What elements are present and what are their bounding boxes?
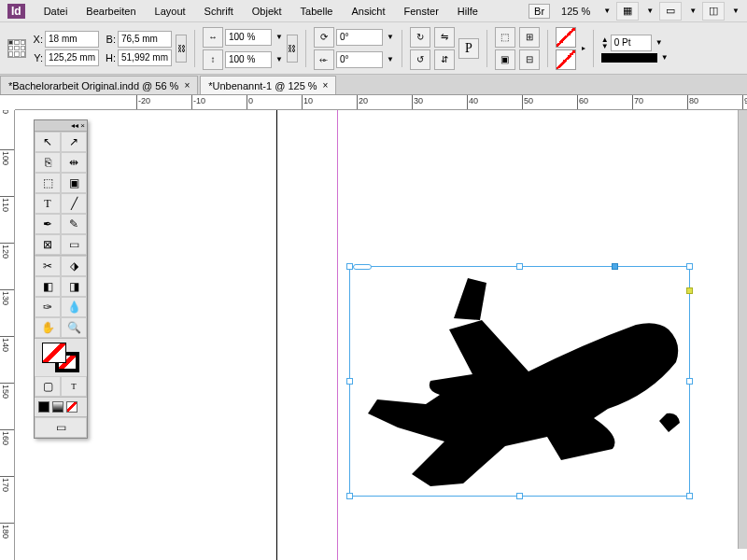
menu-view[interactable]: Ansicht	[342, 6, 394, 17]
menu-edit[interactable]: Bearbeiten	[77, 6, 145, 17]
apply-none-swatch[interactable]	[66, 401, 78, 413]
menu-object[interactable]: Objekt	[243, 6, 291, 17]
note-tool[interactable]: ✑	[35, 297, 61, 317]
view-options-icon[interactable]: ▦	[616, 2, 639, 21]
zoom-tool[interactable]: 🔍	[61, 317, 87, 338]
menu-file[interactable]: Datei	[35, 6, 78, 17]
apply-gradient-swatch[interactable]	[52, 401, 63, 413]
rectangle-tool[interactable]: ▭	[61, 234, 87, 255]
hand-tool[interactable]: ✋	[35, 317, 61, 338]
resize-handle[interactable]	[346, 378, 353, 385]
rectangle-frame-tool[interactable]: ⊠	[35, 234, 61, 255]
close-icon[interactable]: ×	[184, 80, 190, 91]
menu-window[interactable]: Fenster	[395, 6, 448, 17]
horizontal-ruler[interactable]: -20-100102030405060708090100	[15, 95, 747, 110]
flip-h-icon[interactable]: ⇋	[434, 27, 455, 48]
chevron-down-icon[interactable]: ▼	[732, 7, 740, 15]
chevron-down-icon[interactable]: ▼	[603, 7, 611, 15]
vertical-ruler[interactable]: 90100110120130140150160170180	[0, 110, 15, 560]
document-tab[interactable]: *Unbenannt-1 @ 125 %×	[200, 76, 336, 94]
rotate-input[interactable]	[336, 29, 383, 46]
pen-tool[interactable]: ✒	[35, 214, 61, 234]
resize-handle[interactable]	[346, 493, 353, 499]
tools-panel: ◂◂× ↖ ↗ ⎘ ⇹ ⬚ ▣ T ╱ ✒ ✎ ⊠ ▭ ✂ ⬗ ◧ ◨ ✑ 💧 …	[34, 119, 88, 439]
scale-x-icon: ↔	[203, 27, 223, 48]
menu-help[interactable]: Hilfe	[448, 6, 487, 17]
apply-color-swatch[interactable]	[38, 401, 49, 413]
scale-x-input[interactable]	[225, 29, 272, 46]
shear-input[interactable]	[336, 51, 383, 68]
line-tool[interactable]: ╱	[61, 193, 87, 214]
flip-v-icon[interactable]: ⇵	[434, 49, 455, 70]
content-grabber-icon[interactable]	[353, 264, 372, 270]
fill-swatch[interactable]	[556, 27, 576, 48]
fit-frame-icon[interactable]: ⊟	[519, 49, 540, 70]
scissors-tool[interactable]: ✂	[35, 256, 61, 276]
y-input[interactable]	[45, 49, 99, 66]
resize-handle[interactable]	[346, 263, 353, 270]
stroke-style-dropdown[interactable]	[601, 53, 657, 63]
rotate-icon: ⟳	[314, 27, 334, 48]
menu-type[interactable]: Schrift	[195, 6, 243, 17]
chevron-right-icon[interactable]: ▸	[582, 44, 585, 52]
menu-table[interactable]: Tabelle	[291, 6, 343, 17]
direct-selection-tool[interactable]: ↗	[61, 132, 87, 152]
menu-layout[interactable]: Layout	[146, 6, 195, 17]
eyedropper-tool[interactable]: 💧	[61, 297, 87, 317]
character-panel-icon[interactable]: P	[458, 38, 479, 59]
reference-point-indicator[interactable]	[612, 263, 618, 270]
type-tool[interactable]: T	[35, 193, 61, 214]
chevron-down-icon[interactable]: ▼	[689, 7, 697, 15]
gradient-feather-tool[interactable]: ◨	[61, 276, 87, 297]
selection-tool[interactable]: ↖	[35, 132, 61, 152]
fill-stroke-swatch[interactable]	[42, 343, 79, 372]
h-label: H:	[103, 52, 116, 63]
page-edge-guide	[276, 110, 277, 560]
zoom-level[interactable]: 125 %	[556, 6, 596, 17]
stroke-weight-input[interactable]	[611, 35, 652, 51]
chevron-down-icon[interactable]: ▼	[646, 7, 654, 15]
height-input[interactable]	[118, 49, 172, 66]
width-input[interactable]	[118, 31, 172, 48]
resize-handle[interactable]	[516, 263, 523, 270]
panel-header[interactable]: ◂◂×	[35, 120, 87, 132]
page-tool[interactable]: ⎘	[35, 152, 61, 173]
resize-handle[interactable]	[686, 493, 693, 499]
pencil-tool[interactable]: ✎	[61, 214, 87, 234]
constrain-scale-icon[interactable]: ⛓	[287, 35, 298, 63]
arrange-icon[interactable]: ◫	[702, 2, 725, 21]
constrain-proportions-icon[interactable]: ⛓	[176, 35, 187, 63]
resize-handle[interactable]	[686, 378, 693, 385]
content-collector-tool[interactable]: ⬚	[35, 173, 61, 193]
content-placer-tool[interactable]: ▣	[61, 173, 87, 193]
gradient-swatch-tool[interactable]: ◧	[35, 276, 61, 297]
close-icon[interactable]: ×	[323, 80, 329, 91]
rotate-cw-icon[interactable]: ↻	[410, 27, 430, 48]
reference-point-selector[interactable]	[7, 39, 26, 58]
gap-tool[interactable]: ⇹	[61, 152, 87, 173]
rotate-ccw-icon[interactable]: ↺	[410, 49, 430, 70]
bridge-button[interactable]: Br	[529, 4, 550, 19]
screen-mode-icon[interactable]: ▭	[659, 2, 682, 21]
selection-frame[interactable]	[349, 266, 690, 497]
stroke-swatch[interactable]	[556, 49, 576, 70]
formatting-container-icon[interactable]: ▢	[35, 376, 61, 397]
collapse-icon[interactable]: ◂◂	[71, 121, 78, 130]
resize-handle[interactable]	[686, 263, 693, 270]
x-input[interactable]	[45, 31, 99, 48]
live-corner-handle[interactable]	[686, 287, 693, 294]
resize-handle[interactable]	[516, 493, 523, 499]
canvas[interactable]	[15, 110, 747, 560]
stroke-weight-stepper[interactable]: ▲▼	[601, 36, 609, 49]
select-container-icon[interactable]: ⬚	[495, 27, 515, 48]
fill-color[interactable]	[42, 343, 66, 363]
formatting-text-icon[interactable]: T	[61, 376, 87, 397]
select-content-icon[interactable]: ▣	[495, 49, 515, 70]
document-tab[interactable]: *Bachelorarbeit Original.indd @ 56 %×	[0, 76, 198, 94]
free-transform-tool[interactable]: ⬗	[61, 256, 87, 276]
view-mode-toggle[interactable]: ▭	[35, 417, 87, 438]
scale-y-input[interactable]	[225, 51, 272, 68]
close-icon[interactable]: ×	[80, 121, 85, 130]
fit-content-icon[interactable]: ⊞	[519, 27, 540, 48]
collapsed-panel-dock[interactable]	[738, 110, 747, 549]
